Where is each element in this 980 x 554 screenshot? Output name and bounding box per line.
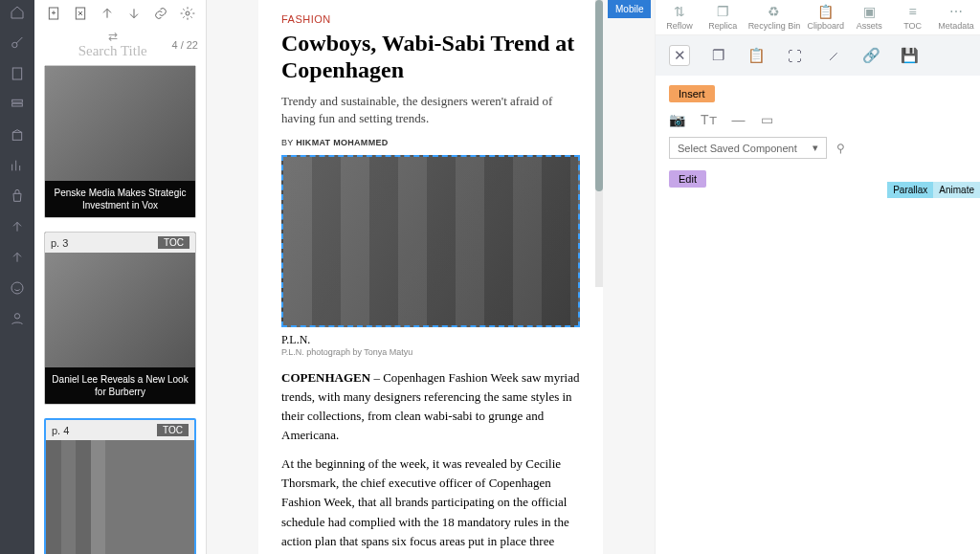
thumbnail-card[interactable]: p. 3 TOC Daniel Lee Reveals a New Look f… [44, 232, 196, 405]
image-label: P.L.N. [281, 333, 580, 347]
component-select-row: Select Saved Component ▾ ⚲ [669, 137, 967, 159]
article-deck: Trendy and sustainable, the designers we… [281, 93, 580, 127]
chart-icon[interactable] [9, 157, 26, 174]
action-icons-row: ✕ ❐ 📋 ⛶ ⟋ 🔗 💾 [656, 35, 980, 76]
article-preview-area: FASHION Cowboys, Wabi-Sabi Trend at Cope… [207, 0, 655, 554]
svg-rect-2 [12, 100, 23, 102]
filter-icon[interactable]: ⚲ [836, 142, 845, 155]
upload-icon[interactable] [9, 218, 26, 235]
thumbnail-image [45, 253, 195, 367]
select-label: Select Saved Component [678, 143, 797, 154]
tool-label: Metadata [938, 21, 974, 31]
metadata-icon: ⋯ [949, 4, 963, 19]
link2-icon[interactable]: 🔗 [860, 45, 881, 66]
mobile-tab[interactable]: Mobile [608, 0, 651, 18]
thumbnail-image [45, 66, 195, 181]
rect-icon[interactable]: ▭ [761, 112, 773, 127]
page-counter: 4 / 22 [171, 39, 198, 51]
tool-toc[interactable]: ≡TOC [895, 4, 931, 31]
tool-label: TOC [903, 21, 922, 31]
article-kicker: FASHION [281, 13, 580, 25]
article-preview[interactable]: FASHION Cowboys, Wabi-Sabi Trend at Cope… [258, 0, 603, 554]
hide-icon[interactable]: ⟋ [822, 45, 843, 66]
svg-point-0 [12, 42, 17, 47]
insert-options: 📷 Tᴛ — ▭ [669, 112, 967, 127]
tool-label: Replica [708, 21, 737, 31]
clipboard-icon: 📋 [817, 4, 834, 19]
tool-label: Assets [857, 21, 882, 31]
svg-point-5 [11, 282, 23, 294]
chevron-down-icon: ▾ [813, 142, 818, 154]
tool-reflow[interactable]: ⇅Reflow [661, 4, 698, 31]
article-hero-image[interactable] [281, 155, 580, 327]
dateline: COPENHAGEN [281, 370, 370, 385]
animate-tab[interactable]: Animate [933, 182, 980, 198]
select-icon[interactable]: ⛶ [784, 45, 805, 66]
component-select[interactable]: Select Saved Component ▾ [669, 137, 827, 159]
toc-icon: ≡ [909, 4, 917, 19]
properties-panel: Mobile ⇅Reflow ❐Replica ♻Recycling Bin 📋… [655, 0, 980, 554]
tool-label: Recycling Bin [748, 21, 801, 31]
tool-metadata[interactable]: ⋯Metadata [938, 4, 974, 31]
byline-author: HIKMAT MOHAMMED [296, 138, 388, 147]
tool-replica[interactable]: ❐Replica [704, 4, 741, 31]
tool-label: Clipboard [807, 21, 844, 31]
toc-chip[interactable]: TOC [157, 424, 189, 436]
tool-label: Reflow [666, 21, 693, 31]
link-icon[interactable] [153, 6, 168, 24]
stack-icon[interactable] [9, 96, 26, 113]
tool-clipboard[interactable]: 📋Clipboard [807, 4, 844, 31]
page-thumbnails-panel: ⇄ Search Title 4 / 22 Penske Media Makes… [34, 0, 207, 554]
svg-point-6 [14, 314, 19, 319]
parallax-tab[interactable]: Parallax [887, 182, 933, 198]
doc-icon[interactable] [9, 65, 26, 82]
copy-icon[interactable]: ❐ [707, 45, 728, 66]
tool-recycling[interactable]: ♻Recycling Bin [748, 4, 801, 31]
scrollbar-track[interactable] [595, 0, 603, 287]
svg-rect-4 [12, 132, 21, 140]
move-up-icon[interactable] [100, 6, 115, 24]
tool-assets[interactable]: ▣Assets [851, 4, 887, 31]
search-title-input[interactable]: Search Title [78, 43, 147, 58]
replica-icon: ❐ [717, 4, 729, 19]
thumbnail-list[interactable]: Penske Media Makes Strategic Investment … [34, 65, 206, 554]
thumbnail-card-active[interactable]: p. 4 TOC [44, 418, 196, 554]
settings-icon[interactable] [180, 6, 195, 24]
thumbnail-bar: p. 3 TOC [45, 233, 195, 253]
image-credit: P.L.N. photograph by Tonya Matyu [281, 347, 580, 357]
camera-icon[interactable]: 📷 [669, 112, 685, 127]
article-headline: Cowboys, Wabi-Sabi Trend at Copenhagen [281, 31, 580, 83]
box-icon[interactable] [9, 126, 26, 144]
svg-rect-3 [12, 103, 23, 106]
move-down-icon[interactable] [126, 6, 142, 24]
reflow-icon: ⇅ [674, 4, 685, 19]
thumbnail-caption: Daniel Lee Reveals a New Look for Burber… [45, 367, 195, 404]
upload2-icon[interactable] [9, 249, 26, 266]
svg-rect-1 [12, 68, 21, 79]
assets-icon: ▣ [863, 4, 876, 19]
scrollbar-thumb[interactable] [595, 0, 603, 191]
page-num: p. 3 [51, 237, 68, 249]
paste-icon[interactable]: 📋 [746, 45, 767, 66]
delete-page-icon[interactable] [73, 6, 88, 24]
user-icon[interactable] [9, 310, 26, 327]
page-num: p. 4 [52, 425, 69, 436]
svg-point-9 [186, 11, 189, 15]
emoji-icon[interactable] [9, 279, 26, 297]
divider-icon[interactable]: — [732, 112, 746, 127]
delete-icon[interactable]: ✕ [669, 45, 690, 66]
new-page-icon[interactable] [46, 6, 61, 24]
trash-icon: ♻ [768, 4, 780, 19]
bag-icon[interactable] [9, 188, 26, 205]
save-icon[interactable]: 💾 [899, 45, 920, 66]
thumbs-toolbar [34, 0, 206, 30]
parallax-animate-toggle[interactable]: Parallax Animate [887, 182, 980, 198]
thumbnail-image [46, 440, 194, 554]
edit-chip[interactable]: Edit [669, 170, 706, 188]
insert-chip[interactable]: Insert [669, 85, 715, 102]
home-icon[interactable] [9, 4, 26, 21]
text-icon[interactable]: Tᴛ [701, 112, 717, 127]
thumbnail-card[interactable]: Penske Media Makes Strategic Investment … [44, 65, 196, 218]
toc-chip[interactable]: TOC [158, 236, 189, 249]
key-icon[interactable] [9, 34, 26, 52]
